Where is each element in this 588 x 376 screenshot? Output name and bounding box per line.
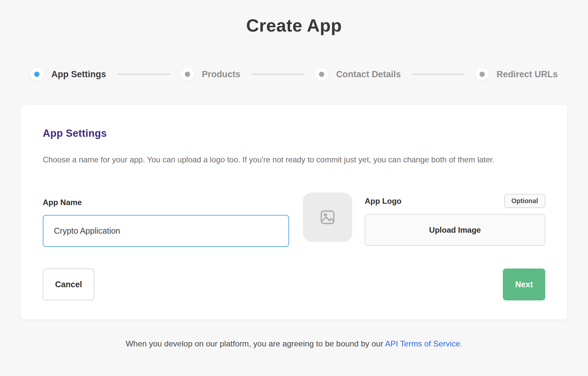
stepper: App Settings Products Contact Details Re…: [30, 68, 558, 81]
stepper-connector: [117, 74, 170, 75]
app-logo-preview: [303, 193, 352, 242]
step-label: App Settings: [51, 69, 106, 80]
terms-of-service-note: When you develop on our platform, you ar…: [0, 339, 588, 348]
image-placeholder-icon: [319, 208, 336, 226]
step-dot-active: [34, 72, 39, 77]
step-label: Contact Details: [336, 69, 401, 80]
step-circle: [181, 68, 194, 81]
step-circle: [30, 68, 43, 81]
stepper-step-contact-details[interactable]: Contact Details: [315, 68, 401, 81]
app-name-label: App Name: [43, 198, 289, 207]
terms-text: When you develop on our platform, you ar…: [126, 339, 385, 348]
stepper-connector: [252, 74, 304, 75]
step-label: Products: [202, 69, 240, 80]
optional-badge: Optional: [504, 194, 545, 208]
step-dot: [319, 72, 324, 77]
card-description: Choose a name for your app. You can uplo…: [43, 152, 545, 168]
app-name-input[interactable]: [43, 215, 289, 247]
page-title: Create App: [0, 15, 588, 35]
app-logo-field-group: App Logo Optional Upload Image: [365, 193, 545, 246]
stepper-step-app-settings[interactable]: App Settings: [30, 68, 106, 81]
step-label: Redirect URLs: [497, 69, 558, 80]
upload-image-button[interactable]: Upload Image: [365, 214, 545, 246]
step-circle: [315, 68, 328, 81]
app-logo-header: App Logo Optional: [365, 194, 545, 208]
form-row: App Name App Logo Optional Upload Image: [43, 193, 545, 247]
step-circle: [476, 68, 489, 81]
stepper-step-products[interactable]: Products: [181, 68, 240, 81]
app-settings-card: App Settings Choose a name for your app.…: [21, 105, 567, 319]
step-dot: [479, 72, 485, 77]
stepper-connector: [412, 74, 464, 75]
step-dot: [185, 72, 190, 77]
cancel-button[interactable]: Cancel: [43, 269, 94, 300]
app-name-field-group: App Name: [43, 193, 289, 247]
app-logo-label: App Logo: [365, 197, 402, 206]
card-actions: Cancel Next: [43, 269, 545, 300]
stepper-step-redirect-urls[interactable]: Redirect URLs: [476, 68, 558, 81]
card-heading: App Settings: [43, 128, 545, 139]
api-terms-link[interactable]: API Terms of Service.: [385, 339, 462, 348]
next-button[interactable]: Next: [503, 269, 545, 300]
